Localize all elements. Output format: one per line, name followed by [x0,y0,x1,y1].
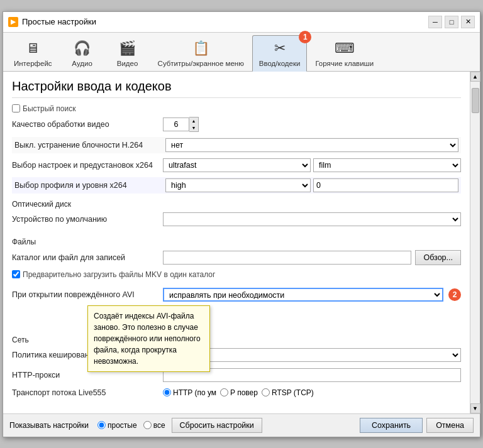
record-control: Обзор... [163,250,461,265]
scroll-thumb[interactable] [472,88,479,113]
transport-rtp-label[interactable]: P повер [220,388,258,397]
settings-panel: Настройки ввода и кодеков Быстрый поиск … [3,72,470,413]
h264-deblock-label: Выкл. устранение блочности H.264 [14,141,165,150]
annotation-badge-1: 1 [299,31,311,43]
content-area: Настройки ввода и кодеков Быстрый поиск … [3,72,480,413]
tab-subtitles[interactable]: 📋 Субтитры/экранное меню [151,35,251,71]
record-label: Каталог или файл для записей [12,253,163,262]
optical-disk-title: Оптический диск [12,200,461,209]
video-quality-label: Качество обработки видео [12,120,163,129]
tab-audio[interactable]: 🎧 Аудио [60,35,104,71]
x264-preset-select2[interactable]: film animation grain stillimage psnr ssi… [313,158,461,172]
bottom-left: Показывать настройки простые все Сбросит… [9,418,355,433]
show-settings-label: Показывать настройки [9,421,89,430]
cache-select[interactable]: обычный агрессивный осторожный персонали… [163,348,461,362]
transport-label: Транспорт потока Live555 [12,388,163,397]
mkv-label[interactable]: Предварительно загрузить файлы MKV в оди… [23,270,215,279]
x264-profile-select[interactable]: baseline main high high10 high422 high44… [165,178,311,192]
cache-control: обычный агрессивный осторожный персонали… [163,348,461,362]
restore-button[interactable]: □ [445,16,458,28]
reset-button[interactable]: Сбросить настройки [172,418,262,433]
scroll-track [470,82,480,403]
transport-http-radio[interactable] [163,388,171,396]
spin-buttons: ▲ ▼ [189,117,199,132]
x264-profile-control: baseline main high high10 high422 high44… [165,178,458,192]
proxy-input[interactable] [163,368,461,382]
fast-search-checkbox[interactable] [12,104,20,112]
h264-deblock-row: Выкл. устранение блочности H.264 нет все… [12,137,461,153]
audio-icon: 🎧 [72,38,92,58]
x264-preset-select1[interactable]: ultrafast superfast veryfast faster fast… [163,158,311,172]
main-window: ▶ Простые настройки ─ □ ✕ 🖥 Интерфейс 🎧 … [3,11,480,437]
browse-button[interactable]: Обзор... [415,250,461,265]
network-section: Сеть Политика кеширования по умолчанию о… [12,336,461,403]
title-bar: ▶ Простые настройки ─ □ ✕ [3,12,480,33]
close-button[interactable]: ✕ [461,16,475,28]
show-simple-label[interactable]: простые [97,421,137,430]
cache-row: Политика кеширования по умолчанию обычны… [12,347,461,363]
spin-up[interactable]: ▲ [189,117,198,124]
show-settings-radio-group: простые все [97,421,165,430]
video-quality-input[interactable] [163,117,189,131]
tab-bar: 🖥 Интерфейс 🎧 Аудио 🎬 Видео 📋 Субтитры/э… [3,33,480,72]
record-row: Каталог или файл для записей Обзор... [12,249,461,266]
tab-interface[interactable]: 🖥 Интерфейс [7,35,59,71]
app-icon: ▶ [8,17,18,27]
transport-row: Транспорт потока Live555 HTTP (по ум P п… [12,387,461,398]
x264-profile-row: Выбор профиля и уровня x264 baseline mai… [12,177,461,194]
h264-deblock-control: нет всегда [165,138,458,152]
avi-select[interactable]: спросить исправлять при необходимости ис… [163,288,443,302]
transport-rtsp-radio[interactable] [262,388,270,396]
show-all-radio[interactable] [143,421,152,429]
device-select[interactable] [163,212,461,226]
avi-row: При открытии повреждённого AVI спросить … [12,287,461,303]
bottom-right: Сохранить Отмена [360,418,474,433]
transport-rtsp-label[interactable]: RTSP (TCP) [262,388,314,397]
show-all-label[interactable]: все [143,421,165,430]
bottom-bar: Показывать настройки простые все Сбросит… [3,413,480,437]
avi-container: При открытии повреждённого AVI спросить … [12,287,461,303]
transport-control: HTTP (по ум P повер RTSP (TCP) [163,388,461,397]
avi-label: При открытии повреждённого AVI [12,290,163,299]
x264-preset-label: Выбор настроек и предустановок x264 [12,161,163,170]
show-simple-radio[interactable] [97,421,106,429]
x264-level-input[interactable] [313,178,458,192]
window-title: Простые настройки [22,17,425,26]
optical-disk-section: Оптический диск Устройство по умолчанию [12,200,461,232]
scroll-up-button[interactable]: ▲ [470,72,480,82]
video-quality-control: ▲ ▼ [163,117,461,132]
x264-preset-row: Выбор настроек и предустановок x264 ultr… [12,157,461,173]
tab-video[interactable]: 🎬 Видео [106,35,150,71]
window-controls: ─ □ ✕ [428,16,475,28]
device-label: Устройство по умолчанию [12,215,163,224]
minimize-button[interactable]: ─ [428,16,442,28]
h264-deblock-select[interactable]: нет всегда [165,138,458,152]
record-input[interactable] [163,251,411,265]
cancel-button[interactable]: Отмена [426,418,474,433]
scroll-down-button[interactable]: ▼ [470,403,480,413]
subtitles-icon: 📋 [191,38,211,58]
mkv-checkbox[interactable] [12,270,20,278]
interface-icon: 🖥 [23,38,43,58]
x264-profile-label: Выбор профиля и уровня x264 [14,181,165,190]
network-title: Сеть [12,336,461,344]
transport-rtp-radio[interactable] [220,388,228,396]
save-button[interactable]: Сохранить [360,418,423,433]
device-row: Устройство по умолчанию [12,211,461,227]
files-title: Файлы [12,238,461,246]
files-section: Файлы Каталог или файл для записей Обзор… [12,238,461,284]
scrollbar: ▲ ▼ [470,72,480,413]
annotation-badge-2: 2 [448,288,461,301]
hotkeys-icon: ⌨ [335,38,355,58]
spin-down[interactable]: ▼ [189,124,198,131]
fast-search-label[interactable]: Быстрый поиск [23,104,75,113]
proxy-label: HTTP-прокси [12,371,163,380]
device-control [163,212,461,226]
input-icon: ✂ [270,38,290,58]
avi-control: спросить исправлять при необходимости ис… [163,288,461,302]
fast-search-section: Быстрый поиск [12,104,461,113]
tab-hotkeys[interactable]: ⌨ Горячие клавиши [308,35,380,71]
proxy-row: HTTP-прокси [12,367,461,383]
transport-http-label[interactable]: HTTP (по ум [163,388,216,397]
tab-input[interactable]: ✂ Ввод/кодеки 1 [252,35,308,72]
